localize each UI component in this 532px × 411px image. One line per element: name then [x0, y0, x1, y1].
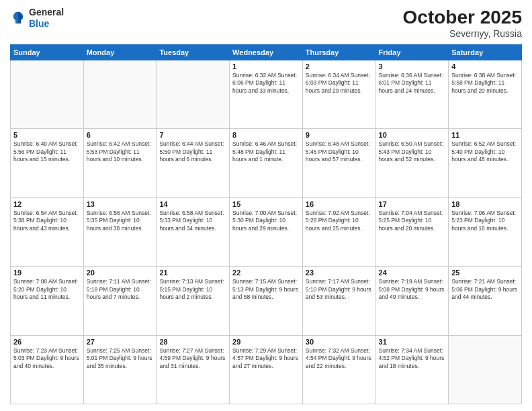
day-number: 6 — [87, 131, 154, 139]
calendar-cell: 29Sunrise: 7:29 AM Sunset: 4:57 PM Dayli… — [230, 335, 303, 404]
day-number: 24 — [379, 269, 446, 277]
calendar-cell — [157, 60, 230, 129]
cell-text: Sunrise: 7:23 AM Sunset: 5:03 PM Dayligh… — [13, 347, 81, 370]
day-number: 20 — [87, 269, 154, 277]
cell-text: Sunrise: 6:34 AM Sunset: 6:03 PM Dayligh… — [306, 72, 373, 95]
day-number: 21 — [159, 269, 226, 277]
day-number: 3 — [379, 62, 446, 71]
week-row-3: 12Sunrise: 6:54 AM Sunset: 5:38 PM Dayli… — [11, 197, 522, 266]
day-number: 12 — [13, 200, 81, 208]
cell-text: Sunrise: 7:25 AM Sunset: 5:01 PM Dayligh… — [87, 347, 154, 370]
page: General Blue October 2025 Severnyy, Russ… — [0, 0, 532, 411]
calendar-cell: 28Sunrise: 7:27 AM Sunset: 4:59 PM Dayli… — [157, 335, 230, 404]
cell-text: Sunrise: 7:32 AM Sunset: 4:54 PM Dayligh… — [306, 347, 373, 370]
calendar-cell: 22Sunrise: 7:15 AM Sunset: 5:13 PM Dayli… — [230, 267, 303, 335]
month-title: October 2025 — [403, 7, 522, 28]
week-row-1: 1Sunrise: 6:32 AM Sunset: 6:06 PM Daylig… — [11, 60, 522, 129]
calendar-cell: 16Sunrise: 7:02 AM Sunset: 5:28 PM Dayli… — [302, 197, 375, 266]
cell-text: Sunrise: 6:44 AM Sunset: 5:50 PM Dayligh… — [159, 140, 226, 163]
day-number: 31 — [379, 338, 446, 346]
calendar-cell — [449, 335, 522, 404]
calendar-cell: 5Sunrise: 6:40 AM Sunset: 5:56 PM Daylig… — [11, 129, 84, 197]
calendar-cell: 6Sunrise: 6:42 AM Sunset: 5:53 PM Daylig… — [83, 129, 157, 197]
cell-text: Sunrise: 7:02 AM Sunset: 5:28 PM Dayligh… — [306, 210, 373, 232]
day-number: 22 — [232, 269, 300, 277]
day-number: 15 — [232, 200, 300, 208]
cell-text: Sunrise: 6:46 AM Sunset: 5:48 PM Dayligh… — [232, 140, 300, 163]
calendar-table: Sunday Monday Tuesday Wednesday Thursday… — [10, 44, 522, 404]
calendar-cell: 9Sunrise: 6:48 AM Sunset: 5:45 PM Daylig… — [302, 129, 375, 197]
cell-text: Sunrise: 6:56 AM Sunset: 5:35 PM Dayligh… — [87, 210, 154, 232]
logo-blue: Blue — [29, 18, 49, 29]
calendar-cell: 15Sunrise: 7:00 AM Sunset: 5:30 PM Dayli… — [230, 197, 303, 266]
calendar-cell: 7Sunrise: 6:44 AM Sunset: 5:50 PM Daylig… — [157, 129, 230, 197]
week-row-5: 26Sunrise: 7:23 AM Sunset: 5:03 PM Dayli… — [11, 335, 522, 404]
cell-text: Sunrise: 6:58 AM Sunset: 5:33 PM Dayligh… — [159, 210, 226, 232]
cell-text: Sunrise: 7:15 AM Sunset: 5:13 PM Dayligh… — [232, 278, 300, 301]
cell-text: Sunrise: 6:52 AM Sunset: 5:40 PM Dayligh… — [451, 140, 519, 163]
location-subtitle: Severnyy, Russia — [403, 28, 522, 39]
day-number: 29 — [232, 338, 300, 346]
day-number: 30 — [306, 338, 373, 346]
calendar-cell: 26Sunrise: 7:23 AM Sunset: 5:03 PM Dayli… — [11, 335, 84, 404]
day-number: 1 — [232, 62, 300, 71]
cell-text: Sunrise: 6:38 AM Sunset: 5:58 PM Dayligh… — [451, 72, 519, 95]
cell-text: Sunrise: 7:17 AM Sunset: 5:10 PM Dayligh… — [306, 278, 373, 301]
day-number: 5 — [13, 131, 81, 139]
cell-text: Sunrise: 6:50 AM Sunset: 5:43 PM Dayligh… — [379, 140, 446, 163]
day-number: 18 — [451, 200, 519, 208]
col-friday: Friday — [375, 45, 449, 60]
week-row-2: 5Sunrise: 6:40 AM Sunset: 5:56 PM Daylig… — [11, 129, 522, 197]
day-number: 4 — [451, 62, 519, 71]
header-row: Sunday Monday Tuesday Wednesday Thursday… — [11, 45, 522, 60]
calendar-cell — [83, 60, 157, 129]
cell-text: Sunrise: 7:08 AM Sunset: 5:20 PM Dayligh… — [13, 278, 81, 301]
cell-text: Sunrise: 7:19 AM Sunset: 5:08 PM Dayligh… — [379, 278, 446, 301]
cell-text: Sunrise: 7:21 AM Sunset: 5:06 PM Dayligh… — [451, 278, 519, 301]
day-number: 11 — [451, 131, 519, 139]
col-sunday: Sunday — [11, 45, 84, 60]
calendar-cell: 30Sunrise: 7:32 AM Sunset: 4:54 PM Dayli… — [302, 335, 375, 404]
cell-text: Sunrise: 6:40 AM Sunset: 5:56 PM Dayligh… — [13, 140, 81, 163]
logo-general: General — [29, 7, 64, 17]
calendar-cell: 13Sunrise: 6:56 AM Sunset: 5:35 PM Dayli… — [83, 197, 157, 266]
day-number: 25 — [451, 269, 519, 277]
calendar-cell: 24Sunrise: 7:19 AM Sunset: 5:08 PM Dayli… — [375, 267, 449, 335]
cell-text: Sunrise: 7:34 AM Sunset: 4:52 PM Dayligh… — [379, 347, 446, 370]
cell-text: Sunrise: 7:13 AM Sunset: 5:15 PM Dayligh… — [159, 278, 226, 301]
calendar-cell: 10Sunrise: 6:50 AM Sunset: 5:43 PM Dayli… — [375, 129, 449, 197]
calendar-cell: 21Sunrise: 7:13 AM Sunset: 5:15 PM Dayli… — [157, 267, 230, 335]
cell-text: Sunrise: 6:42 AM Sunset: 5:53 PM Dayligh… — [87, 140, 154, 163]
cell-text: Sunrise: 7:06 AM Sunset: 5:23 PM Dayligh… — [451, 210, 519, 232]
header: General Blue October 2025 Severnyy, Russ… — [10, 7, 522, 39]
col-thursday: Thursday — [302, 45, 375, 60]
day-number: 2 — [306, 62, 373, 71]
calendar-cell: 4Sunrise: 6:38 AM Sunset: 5:58 PM Daylig… — [449, 60, 522, 129]
cell-text: Sunrise: 7:29 AM Sunset: 4:57 PM Dayligh… — [232, 347, 300, 370]
calendar-cell: 18Sunrise: 7:06 AM Sunset: 5:23 PM Dayli… — [449, 197, 522, 266]
day-number: 27 — [87, 338, 154, 346]
day-number: 26 — [13, 338, 81, 346]
cell-text: Sunrise: 7:04 AM Sunset: 5:25 PM Dayligh… — [379, 210, 446, 232]
day-number: 17 — [379, 200, 446, 208]
cell-text: Sunrise: 7:27 AM Sunset: 4:59 PM Dayligh… — [159, 347, 226, 370]
calendar-cell: 8Sunrise: 6:46 AM Sunset: 5:48 PM Daylig… — [230, 129, 303, 197]
logo-text: General Blue — [29, 7, 64, 30]
day-number: 9 — [306, 131, 373, 139]
logo-icon — [10, 10, 26, 26]
cell-text: Sunrise: 6:48 AM Sunset: 5:45 PM Dayligh… — [306, 140, 373, 163]
cell-text: Sunrise: 7:00 AM Sunset: 5:30 PM Dayligh… — [232, 210, 300, 232]
day-number: 19 — [13, 269, 81, 277]
calendar-cell: 14Sunrise: 6:58 AM Sunset: 5:33 PM Dayli… — [157, 197, 230, 266]
calendar-cell: 1Sunrise: 6:32 AM Sunset: 6:06 PM Daylig… — [230, 60, 303, 129]
week-row-4: 19Sunrise: 7:08 AM Sunset: 5:20 PM Dayli… — [11, 267, 522, 335]
calendar-cell — [11, 60, 84, 129]
col-monday: Monday — [83, 45, 157, 60]
calendar-cell: 19Sunrise: 7:08 AM Sunset: 5:20 PM Dayli… — [11, 267, 84, 335]
calendar-cell: 2Sunrise: 6:34 AM Sunset: 6:03 PM Daylig… — [302, 60, 375, 129]
day-number: 23 — [306, 269, 373, 277]
cell-text: Sunrise: 6:32 AM Sunset: 6:06 PM Dayligh… — [232, 72, 300, 95]
calendar-cell: 31Sunrise: 7:34 AM Sunset: 4:52 PM Dayli… — [375, 335, 449, 404]
day-number: 7 — [159, 131, 226, 139]
col-wednesday: Wednesday — [230, 45, 303, 60]
